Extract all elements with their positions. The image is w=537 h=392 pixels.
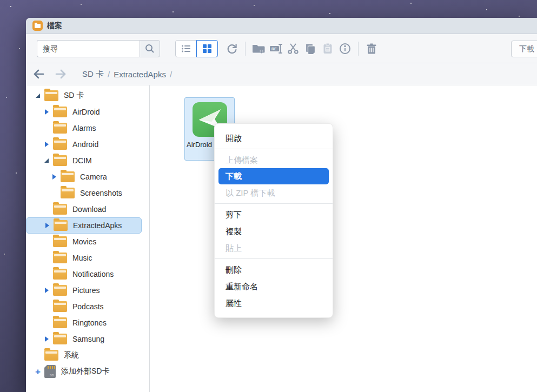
- sidebar-item-music[interactable]: Music: [26, 250, 149, 266]
- folder-icon: [53, 123, 67, 134]
- sidebar-item-add-external-sd[interactable]: +SD添加外部SD卡: [26, 363, 149, 380]
- sidebar-item-label: AirDroid: [72, 108, 100, 116]
- sidebar-item-label: Android: [72, 140, 98, 149]
- sidebar-item-notifications[interactable]: Notifications: [26, 266, 149, 282]
- sidebar-item-camera[interactable]: Camera: [26, 169, 149, 185]
- menu-item-copy[interactable]: 複製: [215, 223, 333, 240]
- folder-icon: [53, 204, 67, 215]
- sidebar-item-system[interactable]: 系統: [26, 347, 149, 363]
- forward-button[interactable]: [54, 68, 67, 81]
- breadcrumb: SD 卡/ExtractedApks/: [82, 69, 176, 79]
- cut-button[interactable]: [284, 40, 302, 57]
- sidebar-item-label: Samsung: [72, 335, 104, 343]
- list-icon: [181, 43, 191, 54]
- sidebar-item-pictures[interactable]: Pictures: [26, 282, 149, 298]
- content-area: SD 卡AirDroidAlarmsAndroidDCIMCameraScree…: [26, 85, 537, 392]
- copy-button[interactable]: [302, 40, 319, 57]
- sidebar-item-samsung[interactable]: Samsung: [26, 331, 149, 347]
- copy-icon: [304, 42, 317, 55]
- sidebar-item-movies[interactable]: Movies: [26, 234, 149, 250]
- sidebar-item-extractedapks[interactable]: ExtractedApks: [26, 217, 142, 234]
- sidebar-item-label: Alarms: [72, 124, 96, 132]
- sidebar-item-screenshots[interactable]: Screenshots: [26, 185, 149, 201]
- menu-item-paste: 貼上: [215, 240, 333, 256]
- search-icon: [144, 43, 155, 54]
- collapse-icon[interactable]: [43, 158, 50, 163]
- folder-icon: [53, 253, 67, 263]
- view-toggle: [175, 40, 218, 57]
- delete-button[interactable]: [363, 40, 380, 57]
- expand-icon[interactable]: [43, 288, 50, 293]
- sdcard-pin: [54, 366, 55, 369]
- folder-icon: [61, 171, 75, 182]
- sidebar-item-label: Download: [72, 205, 106, 214]
- info-button[interactable]: [336, 40, 354, 57]
- context-menu: 開啟上傳檔案下載以 ZIP 檔下載剪下複製貼上刪除重新命名屬性: [214, 123, 333, 318]
- grid-view-button[interactable]: [196, 40, 218, 57]
- folder-icon: [44, 350, 58, 361]
- refresh-button[interactable]: [223, 40, 241, 57]
- menu-item-cut[interactable]: 剪下: [215, 206, 333, 223]
- search-input[interactable]: [37, 40, 140, 57]
- context-menu-group: 刪除重新命名屬性: [215, 258, 333, 314]
- triangle-down-icon: [44, 158, 49, 163]
- sidebar-item-alarms[interactable]: Alarms: [26, 120, 149, 136]
- expand-icon[interactable]: [51, 174, 57, 180]
- menu-item-properties[interactable]: 屬性: [215, 295, 333, 311]
- breadcrumb-separator: /: [170, 70, 172, 79]
- file-manager-window: 檔案: [26, 18, 537, 392]
- triangle-right-icon: [45, 336, 49, 342]
- folder-icon: [44, 90, 58, 101]
- menu-item-download[interactable]: 下載: [218, 168, 329, 184]
- context-menu-group: 開啟: [215, 128, 333, 149]
- sidebar-item-label: Camera: [80, 172, 107, 181]
- sidebar-item-label: Podcasts: [72, 302, 104, 311]
- sidebar-item-label: Screenshots: [80, 189, 122, 197]
- breadcrumb-bar: SD 卡/ExtractedApks/: [26, 63, 537, 85]
- new-folder-button[interactable]: [250, 40, 267, 57]
- sidebar-item-ringtones[interactable]: Ringtones: [26, 315, 149, 331]
- menu-item-download-zip: 以 ZIP 檔下載: [215, 184, 333, 201]
- back-button[interactable]: [32, 68, 45, 81]
- sidebar-item-label: DCIM: [72, 156, 92, 165]
- arrow-left-icon: [32, 69, 45, 79]
- sidebar-item-android[interactable]: Android: [26, 136, 149, 152]
- toolbar-separator: [358, 42, 359, 56]
- breadcrumb-item[interactable]: SD 卡: [82, 69, 104, 79]
- sdcard-pins: [48, 366, 55, 369]
- triangle-right-icon: [45, 288, 49, 293]
- arrow-right-icon: [54, 69, 67, 79]
- sidebar-item-podcasts[interactable]: Podcasts: [26, 298, 149, 315]
- menu-item-delete[interactable]: 刪除: [215, 261, 333, 278]
- file-grid: AirDroid 開啟上傳檔案下載以 ZIP 檔下載剪下複製貼上刪除重新命名屬性: [150, 85, 537, 392]
- sdcard-pin: [52, 366, 53, 369]
- sidebar-item-dcim[interactable]: DCIM: [26, 152, 149, 169]
- expand-icon[interactable]: [43, 142, 50, 147]
- sidebar-item-label: 系統: [64, 350, 79, 360]
- breadcrumb-item[interactable]: ExtractedApks: [114, 70, 166, 79]
- list-view-button[interactable]: [175, 40, 197, 57]
- rename-button[interactable]: RE: [267, 40, 284, 57]
- add-icon[interactable]: +: [35, 367, 41, 376]
- expand-icon[interactable]: [43, 336, 50, 342]
- collapse-icon[interactable]: [35, 94, 41, 98]
- sdcard-pin: [48, 366, 49, 369]
- folder-icon: [53, 317, 67, 328]
- folder-icon: [53, 155, 67, 166]
- sidebar-item-sd-card[interactable]: SD 卡: [26, 88, 149, 104]
- search-button[interactable]: [140, 40, 160, 57]
- refresh-icon: [226, 42, 238, 55]
- expand-icon[interactable]: [44, 223, 50, 228]
- cut-icon: [287, 42, 300, 55]
- plus-icon: +: [35, 367, 41, 376]
- sidebar-item-airdroid[interactable]: AirDroid: [26, 104, 149, 120]
- expand-icon[interactable]: [43, 109, 50, 115]
- sdcard-pin: [50, 366, 51, 369]
- toolbar-separator: [245, 42, 246, 56]
- menu-item-open[interactable]: 開啟: [215, 130, 333, 147]
- sdcard-label: SD: [50, 374, 56, 378]
- download-button[interactable]: 下載: [511, 41, 537, 57]
- menu-item-rename[interactable]: 重新命名: [215, 278, 333, 295]
- sidebar-item-download[interactable]: Download: [26, 201, 149, 217]
- paste-button[interactable]: [319, 40, 336, 57]
